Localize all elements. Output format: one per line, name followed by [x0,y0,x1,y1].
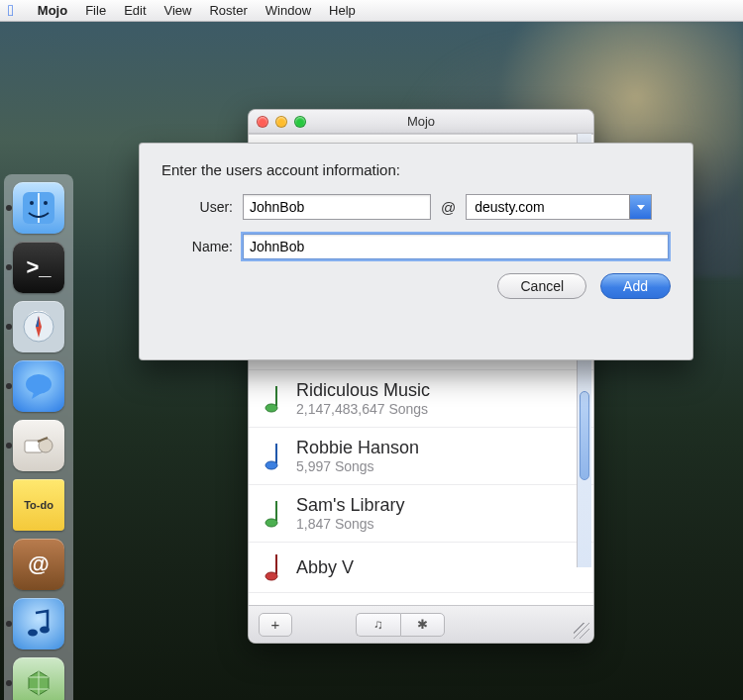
running-indicator-icon [6,324,12,330]
chevron-down-icon[interactable] [629,195,651,219]
svg-point-2 [44,201,48,205]
plus-icon: + [271,616,280,633]
svg-point-15 [265,461,277,469]
library-sub: 2,147,483,647 Songs [296,401,430,417]
menu-view[interactable]: View [164,3,192,18]
dock: >_ To-do @ [4,174,73,700]
dock-stickies[interactable]: To-do [13,479,64,531]
name-label: Name: [161,239,233,254]
music-note-icon [263,442,284,471]
library-name: Sam's Library [296,495,404,516]
svg-point-6 [26,374,52,394]
cancel-button-label: Cancel [520,278,564,294]
menu-roster[interactable]: Roster [209,3,247,18]
window-titlebar[interactable]: Mojo [249,110,593,134]
at-symbol: @ [441,199,456,216]
library-name: Ridiculous Music [296,380,430,401]
sheet-heading: Enter the users account information: [161,161,671,178]
scrollbar-thumb[interactable] [580,391,589,480]
svg-point-1 [30,201,34,205]
library-sub: 5,997 Songs [296,458,419,474]
svg-point-14 [265,404,277,412]
svg-point-11 [40,627,50,634]
dock-safari[interactable] [13,301,64,352]
svg-marker-5 [36,316,39,327]
user-input[interactable] [243,194,431,220]
svg-marker-18 [637,205,645,210]
svg-point-3 [24,312,53,342]
library-name: Robbie Hanson [296,438,419,458]
add-button-primary[interactable]: Add [600,273,671,299]
svg-rect-8 [25,441,43,452]
dock-mojo[interactable] [13,657,64,700]
running-indicator-icon [6,205,12,211]
settings-view-button[interactable]: ✱ [400,613,446,637]
menu-edit[interactable]: Edit [124,3,146,18]
dock-mail[interactable] [13,420,64,471]
library-row[interactable]: Robbie Hanson 5,997 Songs [249,428,593,485]
segmented-control[interactable]: ♫ ✱ [356,613,445,637]
dock-terminal[interactable]: >_ [13,242,64,293]
menu-file[interactable]: File [85,3,106,18]
running-indicator-icon [6,264,12,270]
music-icon: ♫ [373,617,383,632]
music-view-button[interactable]: ♫ [356,613,400,637]
running-indicator-icon [6,383,12,389]
domain-combobox[interactable]: deusty.com [466,194,652,220]
menu-bar:  Mojo File Edit View Roster Window Help [0,0,743,22]
app-menu[interactable]: Mojo [38,3,67,18]
music-note-icon [263,384,284,414]
music-note-icon [263,499,284,529]
resize-grip-icon[interactable] [574,623,589,639]
window-title: Mojo [249,114,593,129]
dock-address-book[interactable]: @ [13,539,64,590]
library-name: Abby V [296,557,354,578]
dock-itunes[interactable] [13,598,64,650]
domain-value: deusty.com [475,199,629,215]
apple-menu-icon[interactable]:  [8,3,14,19]
svg-marker-7 [32,392,42,399]
add-button[interactable]: + [259,613,292,637]
add-user-sheet: Enter the users account information: Use… [139,143,693,360]
library-sub: 1,847 Songs [296,516,404,532]
dock-ichat[interactable] [13,360,64,412]
dock-finder[interactable] [13,182,64,234]
add-button-label: Add [623,278,648,294]
menu-window[interactable]: Window [265,3,311,18]
library-row[interactable]: Abby V [249,543,593,593]
svg-point-17 [265,572,277,580]
svg-marker-4 [36,316,42,338]
svg-point-16 [265,519,277,527]
svg-point-9 [39,439,53,452]
svg-point-10 [28,630,38,637]
name-input[interactable] [243,234,669,259]
library-row[interactable]: Sam's Library 1,847 Songs [249,485,593,543]
running-indicator-icon [6,621,12,627]
music-note-icon [263,552,284,582]
library-row[interactable]: Ridiculous Music 2,147,483,647 Songs [249,370,593,428]
svg-rect-0 [23,192,54,224]
running-indicator-icon [6,680,12,686]
user-label: User: [161,199,233,215]
cancel-button[interactable]: Cancel [497,273,586,299]
window-bottom-toolbar: + ♫ ✱ [249,605,593,643]
gear-icon: ✱ [417,617,428,632]
menu-help[interactable]: Help [329,3,356,18]
running-indicator-icon [6,443,12,449]
